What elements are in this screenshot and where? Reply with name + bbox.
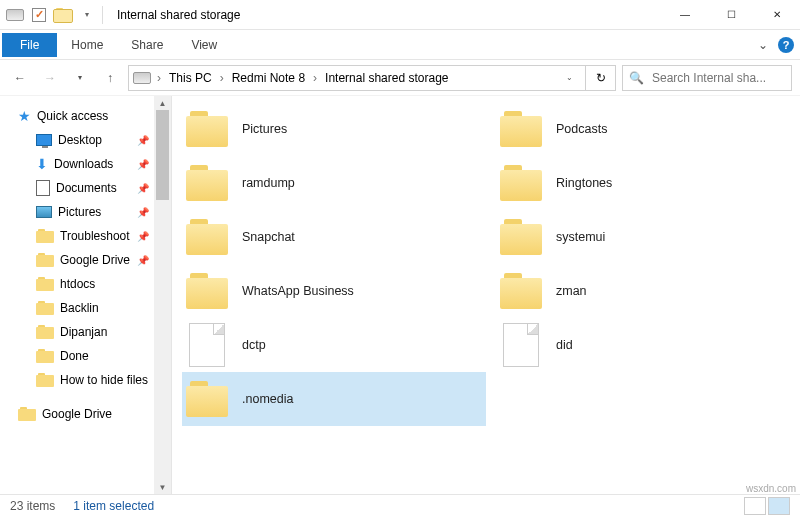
nav-quick-access[interactable]: ★ Quick access	[0, 104, 171, 128]
maximize-button[interactable]: ☐	[708, 0, 754, 30]
navigation-pane: ★ Quick access Desktop📌⬇Downloads📌Docume…	[0, 96, 172, 494]
nav-item-label: Downloads	[54, 157, 113, 171]
folder-icon	[36, 325, 54, 339]
nav-scrollbar[interactable]: ▲ ▼	[154, 96, 171, 494]
view-details-button[interactable]	[744, 497, 766, 515]
chevron-right-icon[interactable]: ›	[218, 71, 226, 85]
qat-check-icon[interactable]	[28, 4, 50, 26]
up-button[interactable]: ↑	[98, 66, 122, 90]
folder-item[interactable]: Snapchat	[182, 210, 486, 264]
item-label: Podcasts	[556, 122, 607, 136]
nav-item-label: Pictures	[58, 205, 101, 219]
item-label: Ringtones	[556, 176, 612, 190]
search-icon: 🔍	[629, 71, 644, 85]
folder-item[interactable]: ramdump	[182, 156, 486, 210]
nav-item-label: Google Drive	[60, 253, 130, 267]
search-box[interactable]: 🔍	[622, 65, 792, 91]
close-button[interactable]: ✕	[754, 0, 800, 30]
folder-item[interactable]: Pictures	[182, 102, 486, 156]
nav-item-label: Troubleshoot	[60, 229, 130, 243]
watermark: wsxdn.com	[746, 483, 796, 494]
status-selected: 1 item selected	[73, 499, 154, 513]
folder-item[interactable]: Ringtones	[496, 156, 800, 210]
crumb-this-pc[interactable]: This PC	[165, 66, 216, 90]
desktop-icon	[36, 134, 52, 146]
help-icon[interactable]: ?	[778, 37, 794, 53]
item-label: Snapchat	[242, 230, 295, 244]
nav-item[interactable]: Dipanjan	[0, 320, 171, 344]
pin-icon: 📌	[137, 135, 149, 146]
nav-item[interactable]: Pictures📌	[0, 200, 171, 224]
qat-folder-icon[interactable]	[52, 4, 74, 26]
nav-google-drive[interactable]: Google Drive	[0, 402, 171, 426]
file-item[interactable]: dctp	[182, 318, 486, 372]
file-item[interactable]: did	[496, 318, 800, 372]
pin-icon: 📌	[137, 159, 149, 170]
ribbon-expand-icon[interactable]: ⌄	[758, 38, 768, 52]
item-label: zman	[556, 284, 587, 298]
picture-icon	[36, 206, 52, 218]
item-label: did	[556, 338, 573, 352]
nav-label: Google Drive	[42, 407, 112, 421]
folder-item[interactable]: zman	[496, 264, 800, 318]
quick-access-toolbar: ▾	[0, 4, 109, 26]
folder-item[interactable]: Podcasts	[496, 102, 800, 156]
location-icon	[133, 72, 151, 84]
item-label: systemui	[556, 230, 605, 244]
tab-view[interactable]: View	[177, 30, 231, 60]
forward-button[interactable]: →	[38, 66, 62, 90]
nav-label: Quick access	[37, 109, 108, 123]
crumb-device[interactable]: Redmi Note 8	[228, 66, 309, 90]
folder-icon	[36, 373, 54, 387]
folder-icon	[36, 277, 54, 291]
scroll-up-icon[interactable]: ▲	[154, 96, 171, 110]
chevron-right-icon[interactable]: ›	[311, 71, 319, 85]
file-tab[interactable]: File	[2, 33, 57, 57]
folder-icon	[186, 219, 228, 255]
nav-item[interactable]: Backlin	[0, 296, 171, 320]
download-icon: ⬇	[36, 156, 48, 172]
tab-home[interactable]: Home	[57, 30, 117, 60]
refresh-button[interactable]: ↻	[586, 65, 616, 91]
recent-dropdown[interactable]: ▾	[68, 66, 92, 90]
back-button[interactable]: ←	[8, 66, 32, 90]
nav-item[interactable]: htdocs	[0, 272, 171, 296]
file-icon	[189, 323, 225, 367]
qat-dropdown[interactable]: ▾	[76, 4, 98, 26]
nav-item[interactable]: Documents📌	[0, 176, 171, 200]
minimize-button[interactable]: —	[662, 0, 708, 30]
item-label: ramdump	[242, 176, 295, 190]
folder-icon	[186, 381, 228, 417]
file-list[interactable]: PicturesPodcastsramdumpRingtonesSnapchat…	[172, 96, 800, 494]
folder-item[interactable]: systemui	[496, 210, 800, 264]
folder-item[interactable]: WhatsApp Business	[182, 264, 486, 318]
nav-item[interactable]: How to hide files	[0, 368, 171, 392]
breadcrumb-bar[interactable]: › This PC › Redmi Note 8 › Internal shar…	[128, 65, 586, 91]
folder-icon	[500, 219, 542, 255]
folder-icon	[18, 407, 36, 421]
address-bar: ← → ▾ ↑ › This PC › Redmi Note 8 › Inter…	[0, 60, 800, 96]
scroll-down-icon[interactable]: ▼	[154, 480, 171, 494]
folder-icon	[36, 301, 54, 315]
status-count: 23 items	[10, 499, 55, 513]
nav-item[interactable]: Troubleshoot📌	[0, 224, 171, 248]
nav-item-label: Done	[60, 349, 89, 363]
nav-item[interactable]: Google Drive📌	[0, 248, 171, 272]
folder-item[interactable]: .nomedia	[182, 372, 486, 426]
folder-icon	[500, 111, 542, 147]
nav-item[interactable]: ⬇Downloads📌	[0, 152, 171, 176]
nav-item-label: How to hide files	[60, 373, 148, 387]
scroll-thumb[interactable]	[156, 110, 169, 200]
nav-item-label: Backlin	[60, 301, 99, 315]
tab-share[interactable]: Share	[117, 30, 177, 60]
nav-item[interactable]: Done	[0, 344, 171, 368]
view-tiles-button[interactable]	[768, 497, 790, 515]
crumb-location[interactable]: Internal shared storage	[321, 66, 452, 90]
address-dropdown[interactable]: ⌄	[557, 66, 581, 90]
folder-icon	[186, 273, 228, 309]
nav-item[interactable]: Desktop📌	[0, 128, 171, 152]
ribbon: File Home Share View ⌄ ?	[0, 30, 800, 60]
search-input[interactable]	[650, 70, 785, 86]
item-label: dctp	[242, 338, 266, 352]
chevron-right-icon[interactable]: ›	[155, 71, 163, 85]
